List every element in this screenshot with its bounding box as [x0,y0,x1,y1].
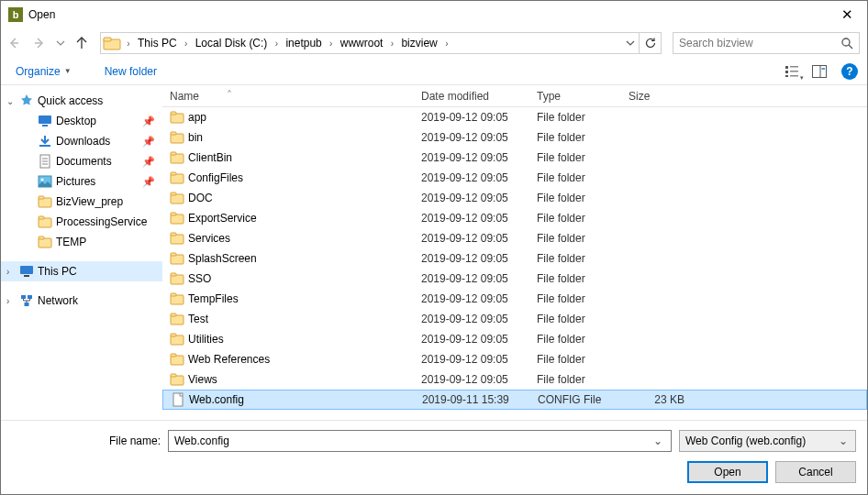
tree-desktop[interactable]: Desktop 📌 [1,111,162,131]
svg-rect-4 [104,38,111,41]
breadcrumb-segment[interactable]: wwwroot [338,33,386,53]
column-name[interactable]: Name [162,85,414,106]
address-bar[interactable]: › This PC › Local Disk (C:) › inetpub › … [100,32,640,54]
tree-temp[interactable]: TEMP [1,232,162,252]
file-type: File folder [529,349,621,369]
pin-icon: 📌 [142,176,155,188]
caret-right-icon[interactable]: › [6,296,16,306]
tree-documents[interactable]: Documents 📌 [1,151,162,171]
svg-rect-47 [171,213,176,215]
file-date: 2019-09-12 09:05 [414,289,529,309]
breadcrumb-segment[interactable]: This PC [135,33,180,53]
file-date: 2019-09-12 09:05 [414,309,529,329]
tree-label: Quick access [38,94,103,107]
nav-back-button[interactable] [1,30,27,56]
svg-rect-63 [171,374,176,377]
view-list-icon [785,65,799,78]
file-row[interactable]: TempFiles2019-09-12 09:05File folder [162,289,867,309]
file-row[interactable]: Utilities2019-09-12 09:05File folder [162,329,867,349]
toolbar: Organize ▼ New folder ? [1,58,867,85]
breadcrumb-separator[interactable]: › [325,33,338,53]
organize-menu-button[interactable]: Organize ▼ [10,62,77,81]
file-name: TempFiles [188,292,239,305]
breadcrumb-separator[interactable]: › [180,33,193,53]
svg-point-24 [41,179,44,182]
this-pc-icon [19,264,34,279]
tree-pictures[interactable]: Pictures 📌 [1,171,162,192]
file-type-filter[interactable]: Web Config (web.config) ⌄ [679,430,856,452]
file-row[interactable]: Web.config2019-09-11 15:39CONFIG File23 … [162,390,867,410]
breadcrumb-segment[interactable]: inetpub [283,33,324,53]
address-dropdown-button[interactable] [620,33,639,53]
file-row[interactable]: SSO2019-09-12 09:05File folder [162,269,867,289]
breadcrumb-separator[interactable]: › [385,33,398,53]
pin-icon: 📌 [142,116,155,127]
tree-bizview-prep[interactable]: BizView_prep [1,192,162,212]
folder-icon [170,231,184,246]
folder-icon [38,194,52,209]
nav-forward-button[interactable] [27,30,52,56]
tree-processing-service[interactable]: ProcessingService [1,212,162,232]
filename-input[interactable]: Web.config ⌄ [168,430,672,452]
view-mode-button[interactable] [779,60,805,82]
nav-recent-button[interactable] [52,30,69,56]
file-size [621,148,695,168]
column-size[interactable]: Size [621,85,695,106]
tree-label: Pictures [56,175,95,188]
file-row[interactable]: bin2019-09-12 09:05File folder [162,127,867,148]
breadcrumb-separator[interactable]: › [440,33,453,53]
tree-network[interactable]: › Network [1,291,162,311]
close-button[interactable]: ✕ [827,1,867,28]
search-input[interactable]: Search bizview [673,32,860,54]
file-size [621,188,695,208]
svg-rect-51 [171,253,176,256]
svg-rect-9 [785,75,788,77]
file-row[interactable]: DOC2019-09-12 09:05File folder [162,188,867,208]
search-icon [840,37,853,50]
file-row[interactable]: Test2019-09-12 09:05File folder [162,309,867,329]
folder-icon [170,292,184,306]
file-type: File folder [529,228,621,248]
breadcrumb-segment[interactable]: bizview [398,33,440,53]
chevron-down-icon[interactable]: ⌄ [651,434,665,447]
tree-this-pc[interactable]: › This PC [1,261,162,281]
organize-label: Organize [16,65,61,78]
new-folder-button[interactable]: New folder [105,65,157,78]
file-date: 2019-09-12 09:05 [414,168,529,188]
file-icon [171,392,185,407]
file-row[interactable]: ConfigFiles2019-09-12 09:05File folder [162,168,867,188]
nav-up-button[interactable] [69,30,95,56]
help-button[interactable]: ? [841,63,858,80]
file-row[interactable]: SplashScreen2019-09-12 09:05File folder [162,248,867,269]
file-date: 2019-09-12 09:05 [414,269,529,289]
refresh-button[interactable] [640,32,662,54]
breadcrumb-segment[interactable]: Local Disk (C:) [193,33,271,53]
svg-rect-10 [790,66,798,68]
breadcrumb-separator[interactable]: › [270,33,283,53]
file-row[interactable]: Web References2019-09-12 09:05File folde… [162,349,867,369]
svg-rect-59 [171,334,176,336]
tree-downloads[interactable]: Downloads 📌 [1,131,162,151]
caret-right-icon[interactable]: › [6,267,16,277]
tree-label: Desktop [56,115,96,127]
file-row[interactable]: app2019-09-12 09:05File folder [162,107,867,127]
breadcrumb-separator[interactable]: › [122,33,135,53]
arrow-left-icon [6,36,21,50]
chevron-down-icon[interactable]: ⌄ [837,434,850,447]
file-row[interactable]: ClientBin2019-09-12 09:05File folder [162,148,867,168]
cancel-button[interactable]: Cancel [775,461,856,483]
caret-down-icon[interactable]: ⌄ [6,96,16,106]
file-name: ExportService [188,212,257,225]
open-button[interactable]: Open [687,461,768,483]
tree-quick-access[interactable]: ⌄ Quick access [1,91,162,111]
file-row[interactable]: Views2019-09-12 09:05File folder [162,369,867,390]
file-row[interactable]: Services2019-09-12 09:05File folder [162,228,867,248]
folder-icon [170,352,184,367]
svg-rect-45 [171,192,176,195]
column-type[interactable]: Type [529,85,621,106]
file-name: Web References [188,353,270,366]
file-size [621,309,695,329]
file-row[interactable]: ExportService2019-09-12 09:05File folder [162,208,867,228]
preview-pane-button[interactable] [807,60,832,82]
column-date[interactable]: Date modified [414,85,529,106]
